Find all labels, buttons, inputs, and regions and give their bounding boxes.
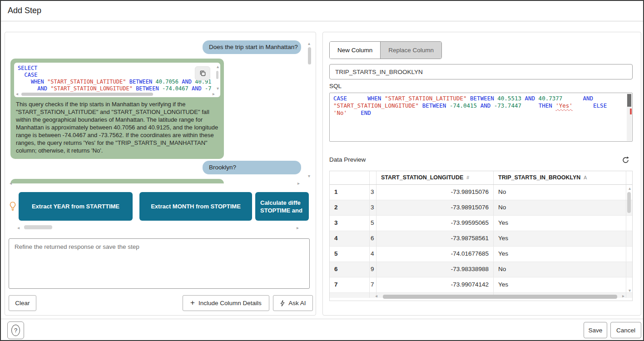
cancel-button[interactable]: Cancel bbox=[610, 322, 641, 338]
refresh-button[interactable] bbox=[619, 155, 631, 166]
scroll-left-arrow[interactable]: ◂ bbox=[10, 181, 12, 186]
row-number-cell: 3 bbox=[330, 216, 370, 231]
scroll-down-arrow[interactable]: ▾ bbox=[308, 174, 310, 178]
scrollbar-thumb[interactable] bbox=[24, 225, 52, 229]
data-preview-table: START_STATION_LONGITUDE# TRIP_STARTS_IN_… bbox=[329, 171, 633, 301]
tab-replace-column[interactable]: Replace Column bbox=[380, 42, 441, 59]
column-name-input[interactable] bbox=[329, 64, 633, 79]
prompt-input[interactable] bbox=[9, 238, 310, 289]
text-type-icon: A bbox=[584, 175, 587, 180]
scroll-up-arrow[interactable]: ▴ bbox=[308, 41, 310, 46]
scroll-right-arrow[interactable]: ▸ bbox=[297, 181, 300, 186]
table-row[interactable]: 69-73.98338988No bbox=[330, 262, 632, 277]
scroll-left-arrow[interactable]: ◂ bbox=[16, 92, 18, 96]
scrollbar-thumb[interactable] bbox=[627, 192, 631, 213]
scrollbar-thumb[interactable] bbox=[216, 71, 218, 79]
result-cell: Yes bbox=[494, 247, 626, 262]
preview-table-body: 13-73.98915076No23-73.98915076No35-73.99… bbox=[330, 185, 632, 298]
sql-editor[interactable]: CASE WHEN "START_STATION_LATITUDE" BETWE… bbox=[329, 93, 633, 142]
row-number-cell: 2 bbox=[330, 200, 370, 215]
column-header-label: TRIP_STARTS_IN_BROOKLYN bbox=[498, 174, 580, 181]
lightning-icon bbox=[280, 300, 285, 307]
chat-panel: Does the trip start in Manhattan? ▴ ▾ SE… bbox=[5, 32, 316, 316]
scrollbar-thumb[interactable] bbox=[21, 93, 153, 96]
longitude-cell: -73.99074142 bbox=[376, 277, 494, 292]
sql-code-block[interactable]: SELECT CASE WHEN "START_STATION_LATITUDE… bbox=[14, 63, 220, 97]
partial-column-cell: 3 bbox=[370, 200, 376, 215]
tab-new-column[interactable]: New Column bbox=[330, 42, 380, 59]
table-row[interactable]: 35-73.99595065Yes bbox=[330, 216, 632, 231]
save-button[interactable]: Save bbox=[584, 322, 607, 338]
suggestion-button[interactable]: Extract MONTH from STOPTIME bbox=[139, 192, 252, 221]
longitude-cell: -73.98915076 bbox=[376, 200, 494, 215]
result-cell: No bbox=[494, 262, 626, 277]
assistant-message-clipped bbox=[10, 179, 224, 183]
scroll-right-arrow[interactable]: ▸ bbox=[297, 226, 299, 230]
scroll-right-arrow[interactable]: ▸ bbox=[622, 294, 624, 298]
table-row[interactable]: 23-73.98915076No bbox=[330, 200, 632, 216]
page-title: Add Step bbox=[8, 6, 41, 15]
include-column-details-button[interactable]: + Include Column Details bbox=[183, 295, 269, 311]
number-type-icon: # bbox=[466, 175, 469, 180]
partial-column-cell: 3 bbox=[370, 185, 376, 200]
scroll-up-arrow[interactable]: ▴ bbox=[217, 64, 219, 69]
scroll-right-arrow[interactable]: ▸ bbox=[213, 92, 215, 96]
dialog-header: Add Step bbox=[1, 1, 643, 21]
scrollbar-thumb[interactable] bbox=[383, 295, 617, 299]
row-number-cell: 1 bbox=[330, 185, 370, 200]
partial-column-cell: 5 bbox=[370, 216, 376, 231]
plus-icon: + bbox=[190, 298, 195, 307]
partial-column-cell: 4 bbox=[370, 247, 376, 262]
row-number-cell: 4 bbox=[330, 231, 370, 246]
lightbulb-icon bbox=[9, 202, 16, 213]
data-preview-label: Data Preview bbox=[329, 156, 366, 163]
copy-button[interactable] bbox=[195, 66, 210, 80]
scroll-down-arrow[interactable]: ▾ bbox=[217, 86, 219, 91]
user-message-bubble: Does the trip start in Manhattan? bbox=[203, 40, 301, 54]
ask-ai-label: Ask AI bbox=[288, 300, 306, 306]
clear-button[interactable]: Clear bbox=[9, 295, 36, 311]
scrollbar-thumb[interactable] bbox=[627, 94, 631, 107]
user-message-bubble: Brooklyn? bbox=[203, 161, 301, 174]
header-row-number[interactable] bbox=[330, 171, 370, 184]
add-step-dialog: Add Step Does the trip start in Manhatta… bbox=[0, 0, 644, 341]
footer-divider bbox=[1, 319, 643, 319]
column-editor-panel: New Column Replace Column SQL CASE WHEN … bbox=[322, 32, 641, 316]
row-number-cell: 8 bbox=[330, 293, 370, 298]
header-start-station-longitude[interactable]: START_STATION_LONGITUDE# bbox=[376, 171, 494, 184]
row-number-cell: 5 bbox=[330, 247, 370, 262]
result-cell: No bbox=[494, 200, 626, 215]
column-header-label: START_STATION_LONGITUDE bbox=[381, 174, 463, 181]
scroll-up-arrow[interactable]: ▴ bbox=[629, 186, 631, 191]
row-number-cell: 6 bbox=[330, 262, 370, 277]
suggestion-button[interactable]: Extract YEAR from STARTTIME bbox=[19, 192, 133, 221]
result-cell: Yes bbox=[494, 216, 626, 231]
table-header-row: START_STATION_LONGITUDE# TRIP_STARTS_IN_… bbox=[330, 171, 632, 185]
table-row[interactable]: 54-74.01677685Yes bbox=[330, 247, 632, 262]
ask-ai-button[interactable]: Ask AI bbox=[273, 295, 313, 311]
scrollbar-track[interactable] bbox=[627, 94, 632, 141]
sql-editor-text: CASE WHEN "START_STATION_LATITUDE" BETWE… bbox=[330, 93, 632, 119]
scroll-left-arrow[interactable]: ◂ bbox=[375, 294, 377, 298]
header-partial-column[interactable] bbox=[370, 171, 376, 184]
suggestion-button[interactable]: Calculate diffeSTOPTIME and bbox=[255, 192, 309, 221]
table-row[interactable]: 46-73.98758561Yes bbox=[330, 231, 632, 247]
table-row[interactable]: 13-73.98915076No bbox=[330, 185, 632, 200]
result-cell: No bbox=[494, 185, 626, 200]
longitude-cell: -73.98915076 bbox=[376, 185, 494, 200]
table-row[interactable]: 77-73.99074142Yes bbox=[330, 277, 632, 293]
question-mark-icon: ? bbox=[11, 325, 20, 336]
help-button[interactable]: ? bbox=[7, 321, 24, 339]
scroll-down-arrow[interactable]: ▾ bbox=[629, 288, 631, 293]
scrollbar-thumb[interactable] bbox=[308, 47, 311, 64]
include-column-details-label: Include Column Details bbox=[198, 300, 262, 306]
scroll-left-arrow[interactable]: ◂ bbox=[17, 226, 20, 230]
assistant-message-bubble: SELECT CASE WHEN "START_STATION_LATITUDE… bbox=[10, 59, 224, 159]
longitude-cell: -74.01677685 bbox=[376, 247, 494, 262]
partial-column-cell: 7 bbox=[370, 277, 376, 292]
column-mode-tabs: New Column Replace Column bbox=[329, 41, 442, 59]
sql-label: SQL bbox=[329, 83, 342, 89]
header-trip-starts-in-brooklyn[interactable]: TRIP_STARTS_IN_BROOKLYNA bbox=[494, 171, 626, 184]
result-cell: Yes bbox=[494, 277, 626, 292]
copy-icon bbox=[199, 70, 206, 77]
